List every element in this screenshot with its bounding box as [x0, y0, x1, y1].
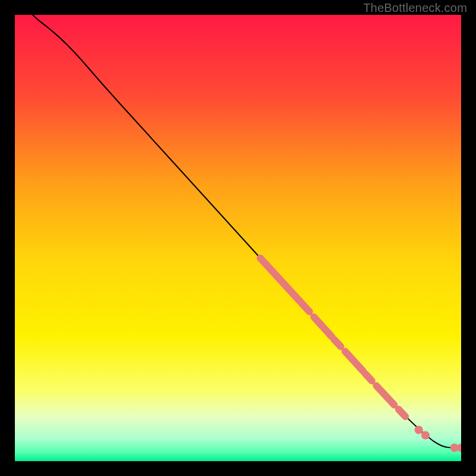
- plot-area: [15, 15, 461, 461]
- highlight-segment: [365, 374, 372, 381]
- chart-stage: TheBottleneck.com: [0, 0, 476, 476]
- highlight-dot: [421, 431, 430, 440]
- highlight-segment: [399, 409, 405, 416]
- highlight-segment: [334, 339, 340, 346]
- gradient-background: [15, 15, 461, 461]
- watermark-label: TheBottleneck.com: [363, 1, 467, 15]
- plot-svg: [15, 15, 461, 461]
- highlight-dot: [415, 426, 423, 434]
